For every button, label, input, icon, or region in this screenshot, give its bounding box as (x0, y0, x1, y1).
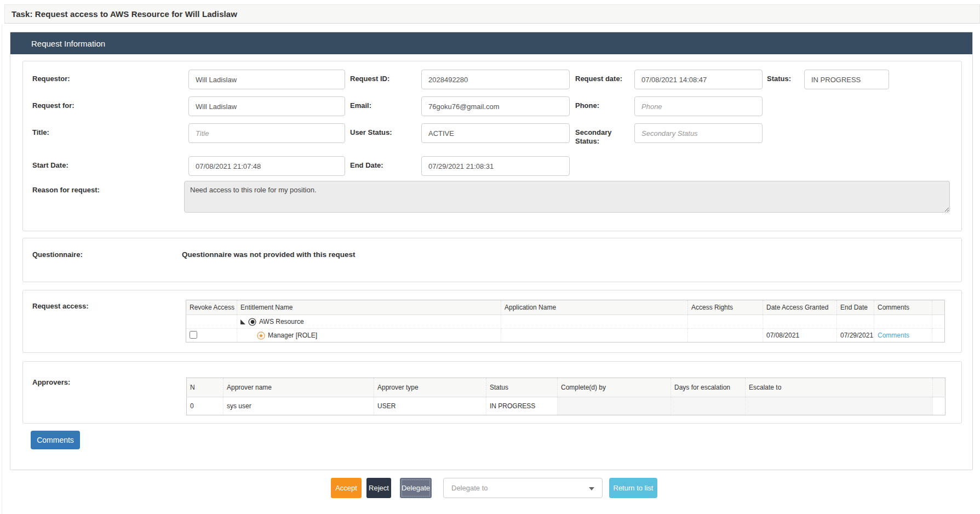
delegate-to-placeholder: Delegate to (451, 484, 488, 492)
task-page: Task: Request access to AWS Resource for… (0, 0, 980, 514)
reject-button[interactable]: Reject (366, 478, 391, 498)
table-row-approver: 0 sys user USER IN PROGRESS (187, 397, 945, 415)
role-entitlement-name[interactable]: Manager [ROLE] (268, 332, 317, 339)
phone-label: Phone: (575, 101, 630, 110)
col-status[interactable]: Status (486, 378, 558, 397)
request-access-table: Revoke Access Entitlement Name Applicati… (186, 300, 945, 342)
task-title-bar: Task: Request access to AWS Resource for… (4, 4, 980, 24)
col-spacer (932, 300, 945, 315)
application-icon (248, 318, 256, 326)
col-spacer (933, 378, 945, 397)
requestor-field[interactable] (188, 70, 345, 89)
approvers-card: Approvers: N Approver name Approver type… (22, 361, 962, 424)
request-date-field[interactable] (634, 70, 763, 89)
col-end-date[interactable]: End Date (837, 300, 874, 315)
request-id-label: Request ID: (350, 75, 389, 83)
accept-button[interactable]: Accept (331, 478, 362, 498)
request-form-card: Requestor: Request ID: Request date: Sta… (22, 61, 962, 231)
comments-button[interactable]: Comments (31, 431, 80, 449)
request-information-panel: Request Information Requestor: Request I… (10, 32, 973, 470)
reason-label: Reason for request: (32, 186, 100, 195)
application-entitlement-name[interactable]: AWS Resource (259, 318, 304, 325)
approvers-table: N Approver name Approver type Status Com… (186, 378, 945, 415)
secondary-status-label: Secondary Status: (575, 128, 630, 146)
entitlement-cell: Manager [ROLE] (237, 329, 501, 342)
approver-name-cell: sys user (223, 397, 374, 415)
questionnaire-label: Questionnaire: (32, 250, 83, 259)
end-date-cell: 07/29/2021 (837, 329, 874, 342)
row-comments-link[interactable]: Comments (878, 332, 909, 339)
questionnaire-card: Questionnaire: Questionnaire was not pro… (22, 238, 962, 282)
col-n[interactable]: N (187, 378, 223, 397)
entitlement-cell: AWS Resource (237, 315, 501, 329)
revoke-cell (186, 329, 237, 342)
date-access-granted-cell: 07/08/2021 (763, 329, 837, 342)
col-approver-type[interactable]: Approver type (374, 378, 486, 397)
col-days-for-escalation[interactable]: Days for escalation (671, 378, 746, 397)
status-label: Status: (767, 75, 791, 83)
panel-heading: Request Information (10, 32, 972, 54)
email-label: Email: (350, 101, 371, 110)
tree-expander-icon[interactable] (240, 319, 245, 324)
escalate-to-cell (746, 397, 933, 415)
col-approver-name[interactable]: Approver name (223, 378, 374, 397)
return-to-list-button[interactable]: Return to list (609, 478, 657, 498)
end-date-field[interactable] (421, 156, 570, 176)
approver-type-cell: USER (374, 397, 486, 415)
approver-n-cell: 0 (187, 397, 223, 415)
col-comments[interactable]: Comments (874, 300, 932, 315)
end-date-label: End Date: (350, 161, 383, 170)
completed-by-cell (558, 397, 671, 415)
delegate-button[interactable]: Delegate (400, 478, 432, 498)
phone-field[interactable] (634, 96, 763, 116)
chevron-down-icon (589, 487, 594, 490)
title-field[interactable] (188, 123, 345, 143)
email-field[interactable] (421, 96, 570, 116)
approver-status-cell: IN PROGRESS (486, 397, 558, 415)
request-for-label: Request for: (32, 101, 74, 110)
revoke-cell (186, 315, 237, 329)
col-entitlement-name[interactable]: Entitlement Name (237, 300, 501, 315)
role-star-icon (257, 332, 265, 340)
table-row-application: AWS Resource (186, 315, 945, 329)
requestor-label: Requestor: (32, 75, 70, 83)
status-field[interactable] (804, 70, 889, 89)
page-title: Task: Request access to AWS Resource for… (12, 9, 237, 19)
request-access-label: Request access: (32, 302, 89, 311)
start-date-label: Start Date: (32, 161, 68, 170)
request-access-header-row: Revoke Access Entitlement Name Applicati… (186, 300, 945, 315)
col-date-access-granted[interactable]: Date Access Granted (763, 300, 837, 315)
delegate-to-select[interactable]: Delegate to (443, 478, 603, 498)
title-label: Title: (32, 128, 49, 137)
start-date-field[interactable] (188, 156, 345, 176)
request-for-field[interactable] (188, 96, 345, 116)
request-access-card: Request access: Revoke Access Entitlemen… (22, 290, 962, 353)
table-row-role: Manager [ROLE] 07/08/2021 07/29/2021 Com… (186, 329, 945, 342)
revoke-access-checkbox[interactable] (190, 331, 197, 339)
col-revoke-access[interactable]: Revoke Access (186, 300, 237, 315)
page-left-edge (2, 24, 2, 514)
col-application-name[interactable]: Application Name (501, 300, 688, 315)
col-completed-by[interactable]: Complete(d) by (558, 378, 671, 397)
user-status-field[interactable] (421, 123, 570, 143)
approvers-label: Approvers: (32, 378, 70, 387)
days-for-escalation-cell (671, 397, 746, 415)
col-escalate-to[interactable]: Escalate to (746, 378, 933, 397)
panel-heading-label: Request Information (31, 39, 105, 48)
footer-actions: Accept Reject Delegate Delegate to Retur… (0, 478, 980, 498)
approvers-header-row: N Approver name Approver type Status Com… (187, 378, 945, 397)
reason-textarea[interactable]: Need access to this role for my position… (184, 181, 950, 213)
user-status-label: User Status: (350, 128, 392, 137)
request-date-label: Request date: (575, 75, 630, 83)
col-access-rights[interactable]: Access Rights (688, 300, 763, 315)
request-id-field[interactable] (421, 70, 570, 89)
questionnaire-message: Questionnaire was not provided with this… (182, 250, 356, 259)
secondary-status-field[interactable] (634, 123, 763, 143)
